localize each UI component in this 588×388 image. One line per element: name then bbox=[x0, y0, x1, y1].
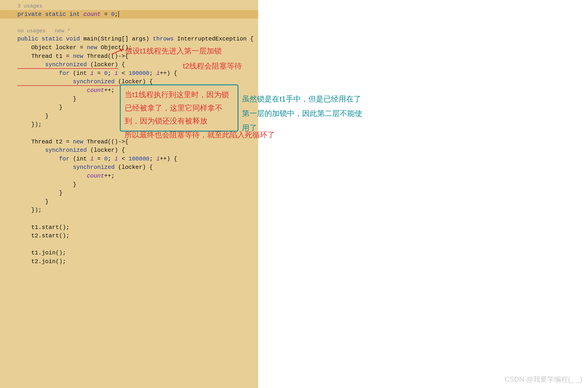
keyword-synchronized: synchronized bbox=[17, 78, 118, 85]
keyword: public static void bbox=[17, 36, 83, 42]
number-literal: 0 bbox=[104, 156, 108, 162]
annotation-t2-block: t2线程会阻塞等待 bbox=[183, 61, 242, 72]
code-line[interactable]: synchronized (locker) { bbox=[0, 163, 258, 172]
code-text: (locker) { bbox=[118, 164, 153, 171]
code-text: (int bbox=[73, 70, 90, 77]
code-line-blank[interactable] bbox=[0, 240, 258, 249]
identifier-i: i bbox=[90, 156, 94, 162]
keyword-synchronized: synchronized bbox=[17, 147, 90, 154]
code-text: t2.join(); bbox=[17, 258, 66, 265]
identifier-i: i bbox=[156, 156, 160, 162]
code-text: t2.start(); bbox=[17, 232, 69, 239]
number-literal: 0 bbox=[104, 70, 108, 77]
code-text: ++) { bbox=[160, 156, 177, 162]
code-text: ++; bbox=[104, 87, 115, 94]
code-text: } bbox=[17, 198, 49, 205]
identifier-count: count bbox=[83, 11, 101, 18]
code-text: = bbox=[101, 11, 111, 18]
code-line[interactable]: } bbox=[0, 197, 258, 206]
number-literal: 0 bbox=[111, 11, 115, 18]
code-text: = bbox=[94, 70, 104, 77]
identifier-i: i bbox=[90, 70, 94, 77]
code-text: ; bbox=[149, 70, 156, 77]
code-text: < bbox=[118, 156, 128, 162]
code-line[interactable]: for (int i = 0; i < 100000; i++) { bbox=[0, 155, 258, 163]
text-caret bbox=[118, 11, 119, 17]
code-line-blank[interactable] bbox=[0, 215, 258, 223]
code-text: ++; bbox=[104, 173, 115, 179]
keyword: private static int bbox=[17, 11, 83, 18]
code-text: InterruptedException { bbox=[174, 36, 253, 42]
code-text: (String[] args) bbox=[97, 36, 153, 42]
code-text: (locker) bbox=[90, 61, 118, 68]
code-text: t1.start(); bbox=[17, 224, 69, 231]
code-editor[interactable]: 3 usages private static int count = 0; n… bbox=[0, 0, 258, 388]
code-text: } bbox=[17, 190, 63, 196]
identifier-count: count bbox=[87, 173, 104, 179]
keyword: new bbox=[73, 53, 83, 60]
code-text: (int bbox=[73, 156, 90, 162]
keyword: new bbox=[87, 44, 97, 51]
code-line[interactable]: t1.join(); bbox=[0, 249, 258, 257]
code-text: ; bbox=[115, 11, 118, 18]
code-line[interactable]: count++; bbox=[0, 172, 258, 180]
code-line[interactable]: }); bbox=[0, 206, 258, 215]
code-line[interactable]: t2.join(); bbox=[0, 257, 258, 266]
code-text: (locker) { bbox=[90, 147, 125, 154]
code-line[interactable]: t2.start(); bbox=[0, 232, 258, 240]
keyword-synchronized: synchronized bbox=[17, 164, 118, 171]
code-line-blank[interactable] bbox=[0, 19, 258, 27]
code-line[interactable]: t1.start(); bbox=[0, 223, 258, 232]
annotation-teal-line1: 虽然锁是在t1手中，但是已经用在了 bbox=[242, 94, 361, 105]
code-line[interactable]: } bbox=[0, 180, 258, 189]
keyword: for bbox=[17, 70, 73, 77]
keyword: for bbox=[17, 156, 73, 162]
annotation-t1-enter: 假设t1线程先进入第一层加锁 bbox=[125, 46, 222, 57]
code-line[interactable]: synchronized (locker) { bbox=[0, 146, 258, 155]
annotation-final-deadlock: 所以最终也会阻塞等待，就至此陷入死循环了 bbox=[124, 130, 275, 141]
identifier-i: i bbox=[156, 70, 160, 77]
code-text: { bbox=[146, 78, 153, 85]
code-text bbox=[17, 173, 87, 179]
identifier-i: i bbox=[115, 70, 118, 77]
code-text: Thread t1 = bbox=[17, 53, 73, 60]
code-line[interactable]: } bbox=[0, 189, 258, 197]
method-name: main bbox=[83, 36, 97, 42]
code-line[interactable]: public static void main(String[] args) t… bbox=[0, 35, 258, 43]
arrow-icon bbox=[110, 46, 127, 57]
number-literal: 100000 bbox=[128, 156, 149, 162]
usages-hint-main: no usages new * bbox=[0, 27, 258, 35]
code-text: ; bbox=[108, 156, 115, 162]
code-text: = bbox=[94, 156, 104, 162]
code-line-field[interactable]: private static int count = 0; bbox=[0, 10, 258, 19]
keyword: throws bbox=[153, 36, 174, 42]
identifier-count: count bbox=[87, 87, 104, 94]
code-text: ; bbox=[108, 70, 115, 77]
code-text: { bbox=[118, 61, 125, 68]
code-text: (locker) bbox=[118, 78, 146, 85]
keyword: new bbox=[73, 138, 83, 145]
code-text: } bbox=[17, 96, 76, 102]
code-text: t1.join(); bbox=[17, 250, 66, 256]
code-text: } bbox=[17, 181, 76, 188]
code-text: ++) { bbox=[160, 70, 177, 77]
number-literal: 100000 bbox=[128, 70, 149, 77]
code-text: Object locker = bbox=[17, 44, 87, 51]
identifier-i: i bbox=[115, 156, 118, 162]
keyword-synchronized: synchronized bbox=[17, 61, 90, 68]
code-text: < bbox=[118, 70, 128, 77]
watermark-text: CSDN @我要学编程(_ _) bbox=[505, 374, 582, 385]
annotation-box-deadlock: 当t1线程执行到这里时，因为锁已经被拿了，这里它同样拿不到，因为锁还没有被释放 bbox=[120, 84, 238, 132]
code-text: }); bbox=[17, 207, 42, 213]
usages-hint-count: 3 usages bbox=[0, 2, 258, 10]
code-text: }); bbox=[17, 121, 42, 128]
annotation-teal-line2: 第一层的加锁中，因此第二层不能使 bbox=[242, 108, 362, 119]
code-text: Thread(()->{ bbox=[83, 138, 128, 145]
code-text bbox=[17, 87, 87, 94]
code-text: } bbox=[17, 113, 49, 119]
code-text: ; bbox=[149, 156, 156, 162]
code-text: Thread t2 = bbox=[17, 138, 73, 145]
code-text: } bbox=[17, 104, 63, 111]
